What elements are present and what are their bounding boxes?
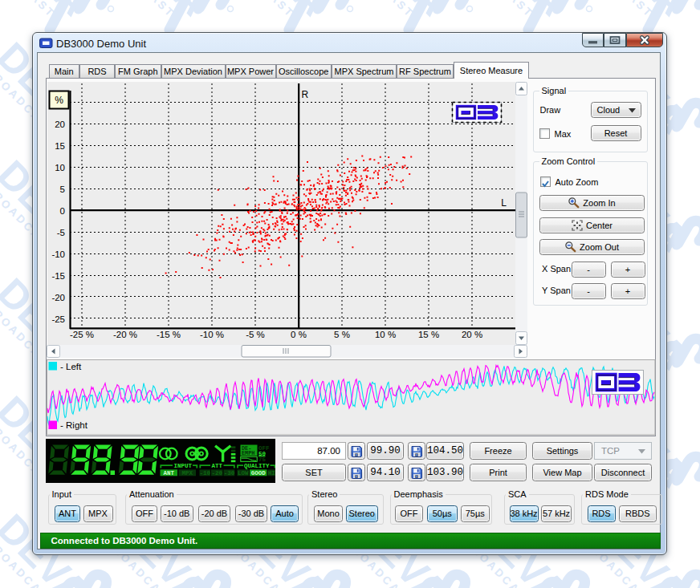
svg-text:5 %: 5 % [334,329,350,339]
svg-text:-15 %: -15 % [156,329,180,339]
svg-text:ATT: ATT [212,463,223,469]
svg-text:-15: -15 [51,270,65,280]
svg-text:BROADCAST: BROADCAST [223,0,297,20]
svg-text:5: 5 [59,184,64,193]
svg-text:-20: -20 [51,292,65,302]
svg-text:INPUT: INPUT [174,463,193,469]
svg-text:L: L [501,197,507,209]
svg-text:0: 0 [59,205,64,215]
svg-text:-10 %: -10 % [199,329,223,339]
svg-text:R: R [301,89,308,100]
svg-text:BROADCAST: BROADCAST [582,0,656,20]
svg-text:EMPH: EMPH [242,450,254,456]
svg-text:15 %: 15 % [417,329,438,339]
svg-text:BROADCAST: BROADCAST [462,0,536,20]
svg-text:-25: -25 [51,314,65,323]
svg-text:20: 20 [55,119,65,128]
svg-text:75: 75 [258,456,267,463]
svg-text:BROADCAST: BROADCAST [0,0,58,20]
svg-text:HI: HI [268,470,275,476]
svg-text:ANT: ANT [163,470,174,476]
svg-text:-10: -10 [51,249,65,258]
svg-text:LOW: LOW [238,470,249,476]
svg-text:QUALITY: QUALITY [244,463,270,469]
svg-text:0 %: 0 % [291,329,307,339]
svg-text:-25 %: -25 % [69,329,93,339]
svg-text:- Left: - Left [60,362,82,371]
svg-text:-5 %: -5 % [246,329,265,339]
svg-text:-20: -20 [211,470,222,476]
svg-text:20 %: 20 % [461,329,482,339]
svg-text:BROADCAST: BROADCAST [343,0,417,20]
svg-text:GOOD: GOOD [251,470,267,476]
svg-text:10 %: 10 % [374,329,395,339]
svg-text:-30: -30 [224,470,235,476]
svg-text:%: % [55,95,63,106]
svg-text:-20 %: -20 % [112,329,136,339]
svg-text:BROADCAST: BROADCAST [104,0,177,20]
svg-text:10: 10 [55,162,65,172]
svg-text:-5: -5 [56,227,64,237]
svg-text:MPX: MPX [181,470,193,476]
svg-text:- Right: - Right [60,420,88,430]
svg-text:15: 15 [55,140,65,150]
svg-text:-10: -10 [199,470,210,476]
